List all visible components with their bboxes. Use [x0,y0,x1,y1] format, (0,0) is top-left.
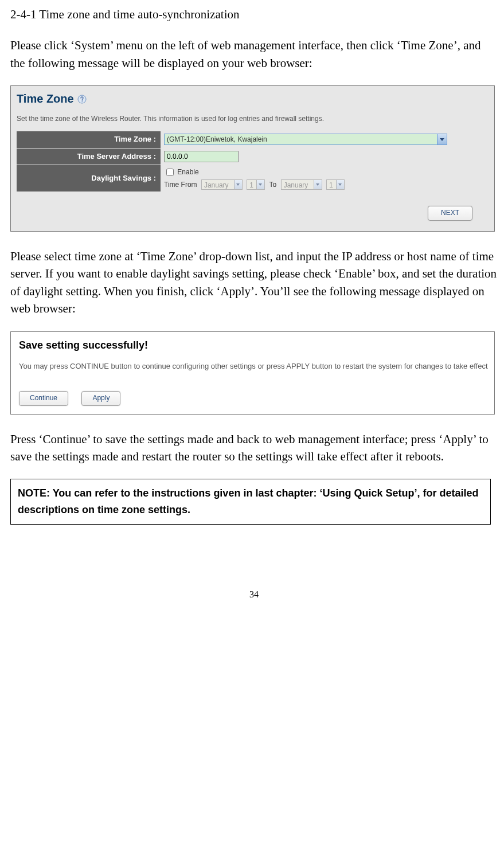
next-button[interactable]: NEXT [428,206,472,220]
time-server-input[interactable] [164,151,239,162]
time-zone-select[interactable]: (GMT-12:00)Eniwetok, Kwajalein [164,134,439,145]
settings-table: Time Zone : (GMT-12:00)Eniwetok, Kwajale… [17,131,489,193]
chevron-down-icon [235,179,243,190]
chevron-down-icon [257,179,265,190]
label-time-server: Time Server Address : [17,148,161,165]
paragraph-continue: Press ‘Continue’ to save the settings ma… [10,431,498,466]
time-from-label: Time From [164,181,197,189]
save-success-panel: Save setting successfully! You may press… [10,331,495,415]
section-title: 2-4-1 Time zone and time auto-synchroniz… [10,6,498,23]
chevron-down-icon[interactable] [437,134,447,145]
svg-point-1 [81,100,83,101]
chevron-down-icon [337,179,345,190]
to-month-select: January [281,179,314,190]
save-success-title: Save setting successfully! [19,338,489,353]
to-day-select: 1 [326,179,337,190]
enable-daylight-checkbox[interactable] [166,169,174,176]
page-number: 34 [10,588,498,601]
enable-label: Enable [177,168,198,176]
time-zone-panel: Time Zone Set the time zone of the Wirel… [10,85,495,231]
note-box: NOTE: You can refer to the instructions … [10,479,491,525]
label-daylight-savings: Daylight Savings : [17,165,161,192]
paragraph-fields: Please select time zone at ‘Time Zone’ d… [10,248,498,318]
paragraph-intro: Please click ‘System’ menu on the left o… [10,37,498,72]
chevron-down-icon [314,179,322,190]
panel-description: Set the time zone of the Wireless Router… [17,114,489,124]
to-label: To [269,181,277,189]
panel-title-text: Time Zone [17,91,74,107]
help-icon[interactable] [77,95,87,104]
save-success-desc: You may press CONTINUE button to continu… [19,361,489,372]
from-month-select: January [201,179,235,190]
continue-button[interactable]: Continue [19,391,68,405]
panel-title: Time Zone [17,91,489,107]
from-day-select: 1 [247,179,257,190]
apply-button[interactable]: Apply [81,391,120,405]
label-time-zone: Time Zone : [17,131,161,148]
